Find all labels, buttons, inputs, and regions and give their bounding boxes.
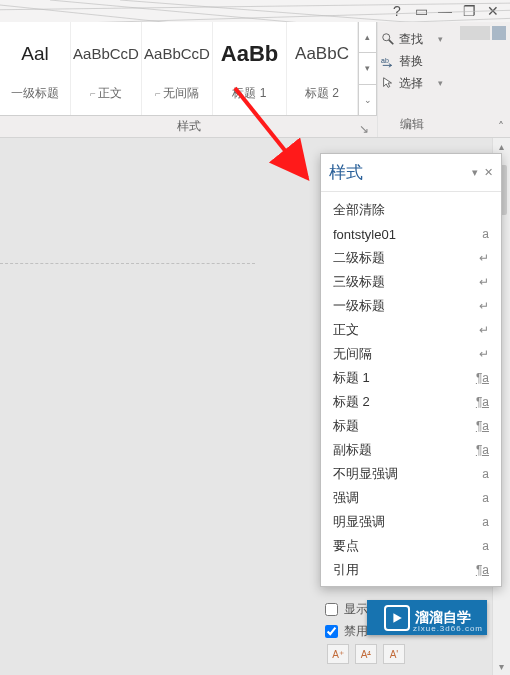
style-label: 标题 2	[305, 79, 339, 109]
replace-icon: ab	[381, 54, 395, 68]
style-item-mark: ¶a	[476, 563, 489, 577]
style-item-name: 一级标题	[333, 297, 385, 315]
collapse-ribbon-icon[interactable]: ˄	[498, 120, 504, 134]
select-icon	[381, 76, 395, 90]
style-item[interactable]: fontstyle01a	[321, 222, 501, 246]
style-item-name: 全部清除	[333, 201, 385, 219]
style-item-name: 明显强调	[333, 513, 385, 531]
pane-close-icon[interactable]: ✕	[484, 166, 493, 179]
style-item-mark: ¶a	[476, 419, 489, 433]
style-tile-heading1-cn[interactable]: Aal 一级标题	[0, 22, 71, 115]
replace-button[interactable]: ab 替换	[381, 50, 443, 72]
style-item-mark: a	[482, 227, 489, 241]
svg-text:ab: ab	[381, 57, 389, 64]
style-tile-heading1[interactable]: AaBb 标题 1	[213, 22, 287, 115]
manage-styles-icon[interactable]: A'	[383, 644, 405, 664]
styles-list: 全部清除fontstyle01a二级标题↵三级标题↵一级标题↵正文↵无间隔↵标题…	[321, 192, 501, 586]
styles-group-label: 样式 ↘	[0, 116, 377, 137]
close-icon[interactable]: ✕	[486, 3, 500, 19]
style-item-name: 不明显强调	[333, 465, 398, 483]
style-item-name: 无间隔	[333, 345, 372, 363]
style-item[interactable]: 不明显强调a	[321, 462, 501, 486]
gallery-down-icon[interactable]: ▾	[359, 53, 376, 84]
style-item[interactable]: 标题 1¶a	[321, 366, 501, 390]
style-label: ⌐无间隔	[155, 79, 199, 109]
style-item[interactable]: 引用¶a	[321, 558, 501, 582]
style-item-name: 标题	[333, 417, 359, 435]
style-item-name: 强调	[333, 489, 359, 507]
style-item[interactable]: 二级标题↵	[321, 246, 501, 270]
play-icon	[384, 605, 410, 631]
disable-linked-input[interactable]	[325, 625, 338, 638]
pane-title: 样式	[329, 161, 466, 184]
style-preview: AaBbCcD	[144, 29, 210, 79]
watermark-logo: 溜溜自学 zixue.3d66.com	[367, 600, 487, 635]
style-item[interactable]: 正文↵	[321, 318, 501, 342]
style-tile-nospacing[interactable]: AaBbCcD ⌐无间隔	[142, 22, 213, 115]
style-item-name: 要点	[333, 537, 359, 555]
ribbon-styles-area: Aal 一级标题 AaBbCcD ⌐正文 AaBbCcD ⌐无间隔 AaBb 标…	[0, 22, 510, 138]
style-tile-heading2[interactable]: AaBbC 标题 2	[287, 22, 358, 115]
styles-dialog-launcher-icon[interactable]: ↘	[359, 122, 371, 134]
style-item-mark: ¶a	[476, 395, 489, 409]
style-preview: AaBb	[221, 29, 278, 79]
style-item[interactable]: 一级标题↵	[321, 294, 501, 318]
style-item-mark: ↵	[479, 275, 489, 289]
style-label: 一级标题	[11, 79, 59, 109]
style-item[interactable]: 三级标题↵	[321, 270, 501, 294]
help-icon[interactable]: ?	[390, 3, 404, 19]
style-item[interactable]: 无间隔↵	[321, 342, 501, 366]
style-item[interactable]: 标题¶a	[321, 414, 501, 438]
style-preview: AaBbCcD	[73, 29, 139, 79]
style-item-mark: ↵	[479, 323, 489, 337]
editing-group-label: 编辑	[381, 116, 443, 137]
logo-subtext: zixue.3d66.com	[413, 624, 483, 633]
style-preview: Aal	[21, 29, 48, 79]
style-item[interactable]: 全部清除	[321, 198, 501, 222]
show-preview-input[interactable]	[325, 603, 338, 616]
style-gallery-spinner: ▴ ▾ ⌄	[358, 22, 376, 115]
style-item-mark: a	[482, 491, 489, 505]
style-label: ⌐正文	[90, 79, 122, 109]
style-tile-normal[interactable]: AaBbCcD ⌐正文	[71, 22, 142, 115]
style-item-mark: ↵	[479, 299, 489, 313]
show-preview-label: 显示	[344, 601, 368, 618]
style-item[interactable]: 副标题¶a	[321, 438, 501, 462]
style-item[interactable]: 明显强调a	[321, 510, 501, 534]
style-inspector-icon[interactable]: A⁴	[355, 644, 377, 664]
gallery-more-icon[interactable]: ⌄	[359, 85, 376, 115]
style-item-name: 副标题	[333, 441, 372, 459]
style-item[interactable]: 要点a	[321, 534, 501, 558]
editing-group: 查找▾ ab 替换 选择▾ 编辑	[377, 22, 446, 137]
minimize-icon[interactable]: —	[438, 3, 452, 19]
username-blur	[460, 26, 490, 40]
window-titlebar: ? ▭ — ❐ ✕	[0, 0, 510, 22]
style-item-name: 标题 2	[333, 393, 370, 411]
gallery-up-icon[interactable]: ▴	[359, 22, 376, 53]
find-icon	[381, 32, 395, 46]
style-item-mark: ¶a	[476, 443, 489, 457]
new-style-icon[interactable]: A⁺	[327, 644, 349, 664]
style-item-name: 标题 1	[333, 369, 370, 387]
pane-options-icon[interactable]: ▾	[472, 166, 478, 179]
find-button[interactable]: 查找▾	[381, 28, 443, 50]
svg-line-7	[389, 40, 393, 44]
disable-linked-label: 禁用	[344, 623, 368, 640]
ribbon-opts-icon[interactable]: ▭	[414, 3, 428, 19]
maximize-icon[interactable]: ❐	[462, 3, 476, 19]
styles-task-pane: 样式 ▾ ✕ 全部清除fontstyle01a二级标题↵三级标题↵一级标题↵正文…	[320, 153, 502, 587]
style-item-name: fontstyle01	[333, 227, 396, 242]
style-item-mark: ¶a	[476, 371, 489, 385]
svg-point-6	[383, 34, 390, 41]
style-gallery: Aal 一级标题 AaBbCcD ⌐正文 AaBbCcD ⌐无间隔 AaBb 标…	[0, 22, 377, 116]
avatar[interactable]	[492, 26, 506, 40]
style-item-mark: a	[482, 515, 489, 529]
style-item-name: 引用	[333, 561, 359, 579]
style-preview: AaBbC	[295, 29, 349, 79]
select-button[interactable]: 选择▾	[381, 72, 443, 94]
style-item[interactable]: 标题 2¶a	[321, 390, 501, 414]
style-item[interactable]: 强调a	[321, 486, 501, 510]
style-item-mark: ↵	[479, 347, 489, 361]
style-item-mark: ↵	[479, 251, 489, 265]
style-label: 标题 1	[232, 79, 266, 109]
